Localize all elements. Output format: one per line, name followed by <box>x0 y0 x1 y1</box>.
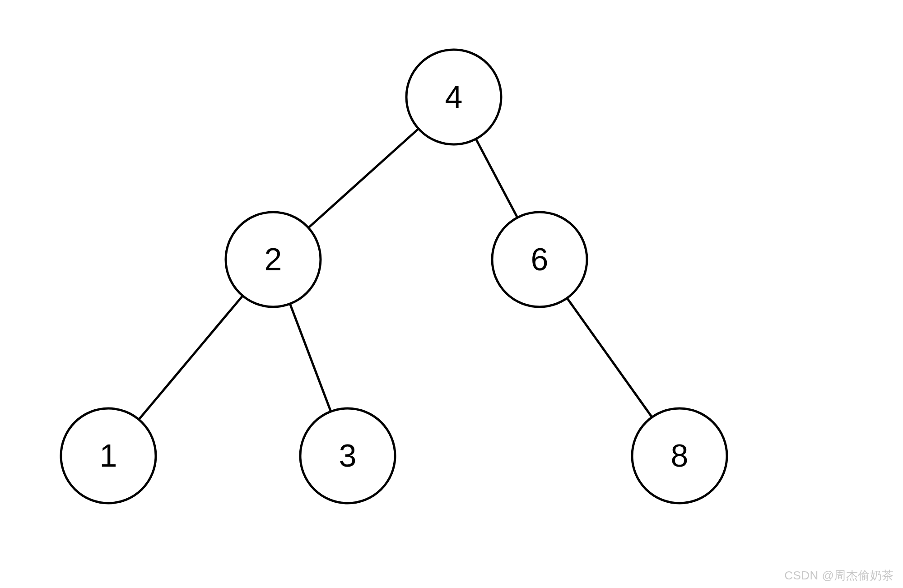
edge-n2-n3 <box>290 304 331 412</box>
node-label-1: 1 <box>100 438 117 473</box>
node-label-3: 3 <box>339 438 357 473</box>
node-2: 2 <box>226 212 321 307</box>
node-4: 4 <box>406 50 501 144</box>
node-label-4: 4 <box>445 79 463 115</box>
node-label-2: 2 <box>265 242 282 277</box>
node-label-8: 8 <box>671 438 689 473</box>
edge-n4-n2 <box>308 129 419 228</box>
node-3: 3 <box>300 408 395 503</box>
binary-tree-diagram: 426138 <box>0 0 903 588</box>
node-1: 1 <box>61 408 156 503</box>
edge-n4-n6 <box>476 139 517 218</box>
edge-n2-n1 <box>139 296 242 419</box>
node-6: 6 <box>492 212 587 307</box>
edge-n6-n8 <box>567 298 652 417</box>
watermark: CSDN @周杰偷奶茶 <box>784 568 894 583</box>
node-label-6: 6 <box>531 242 549 277</box>
node-8: 8 <box>632 408 727 503</box>
nodes-layer: 426138 <box>61 50 727 503</box>
